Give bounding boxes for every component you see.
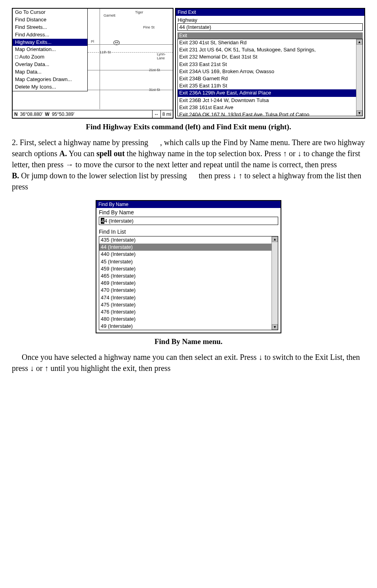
right-screen: Find Exit Highway 44 (Interstate) Exit E… (175, 8, 365, 119)
list-item[interactable]: Exit 232 Memorial Dr, East 31st St (178, 53, 362, 61)
menu-item-delete-icons[interactable]: Delete My Icons... (13, 83, 87, 91)
scroll-down-icon[interactable]: ▼ (272, 324, 278, 330)
status-arrow: ↔ (154, 112, 159, 117)
list-item[interactable]: 480 (Interstate) (99, 316, 278, 323)
menu-item-orientation[interactable]: Map Orientation... (13, 46, 87, 53)
status-scale: 8 mi (162, 112, 172, 117)
input-cursor: 4 (101, 218, 104, 224)
list-item[interactable]: Exit 240A OK 167 N, 193rd East Ave, Tuls… (178, 111, 362, 116)
menu-item-mapdata[interactable]: Map Data... (13, 68, 87, 76)
find-exit-title: Find Exit (176, 9, 364, 16)
map-label-lynn: Lynn-Lane (157, 52, 173, 60)
map-label-pine: Pine St (143, 25, 155, 29)
scroll-up-icon[interactable]: ▲ (356, 39, 362, 45)
exit-label: Exit (177, 32, 363, 39)
menu-item-distance[interactable]: Find Distance (13, 16, 87, 24)
find-by-name-label: Find By Name (96, 208, 281, 217)
list-item[interactable]: 440 (Interstate) (99, 251, 278, 258)
scroll-down-icon[interactable]: ▼ (356, 110, 362, 116)
list-item[interactable]: Exit 234A US 169, Broken Arrow, Owasso (178, 68, 362, 75)
menu-item-cursor[interactable]: Go To Cursor (13, 9, 87, 16)
status-n: N (14, 112, 18, 117)
list-item[interactable]: 435 (Interstate) (99, 236, 278, 244)
list-item[interactable]: Exit 231 Jct US 64, OK 51, Tulsa, Muskog… (178, 46, 362, 53)
map-area[interactable]: Garnett Tiger Pine St 11th St 21st St 31… (88, 9, 173, 109)
menu-item-address[interactable]: Find Address... (13, 31, 87, 39)
menu-item-autozoom[interactable]: Auto Zoom (13, 53, 87, 61)
list-item[interactable]: 474 (Interstate) (99, 294, 278, 301)
caption-1: Find Highway Exits command (left) and Fi… (12, 123, 365, 131)
list-item[interactable]: Exit 234B Garnett Rd (178, 75, 362, 82)
list-item[interactable]: 49 (Interstate) (99, 323, 278, 330)
find-in-list[interactable]: 435 (Interstate) 44 (Interstate) 440 (In… (99, 236, 278, 330)
list-item[interactable]: Exit 235 East 11th St (178, 82, 362, 89)
caption-2: Find By Name menu. (12, 337, 365, 346)
map-label-tiger: Tiger (135, 10, 143, 14)
list-item[interactable]: Exit 238 161st East Ave (178, 104, 362, 111)
list-item[interactable]: 465 (Interstate) (99, 272, 278, 280)
menu-item-streets[interactable]: Find Streets... (13, 24, 87, 31)
exit-list[interactable]: Exit 230 41st St, Sheridan Rd Exit 231 J… (177, 39, 363, 116)
menu-item-overlay[interactable]: Overlay Data... (13, 61, 87, 68)
find-by-name-input[interactable]: 44 (Interstate) (99, 217, 278, 225)
find-in-list-label: Find In List (96, 227, 281, 236)
list-item[interactable]: 459 (Interstate) (99, 265, 278, 272)
list-item[interactable]: 469 (Interstate) (99, 280, 278, 287)
status-lon: 95°50.389' (52, 112, 74, 117)
list-item[interactable]: 470 (Interstate) (99, 287, 278, 294)
scrollbar[interactable]: ▲ ▼ (271, 236, 278, 330)
left-screen: Go To Cursor Find Distance Find Streets.… (12, 8, 173, 119)
list-item[interactable]: Exit 230 41st St, Sheridan Rd (178, 39, 362, 46)
map-label-garnett: Garnett (104, 13, 115, 17)
highway-label: Highway (176, 16, 364, 23)
highway-value[interactable]: 44 (Interstate) (177, 23, 363, 31)
menu-item-highway-exits[interactable]: Highway Exits... (13, 39, 87, 46)
context-menu: Go To Cursor Find Distance Find Streets.… (13, 9, 88, 91)
list-item[interactable]: 475 (Interstate) (99, 301, 278, 308)
list-item[interactable]: Exit 236B Jct I-244 W, Downtown Tulsa (178, 97, 362, 104)
status-lat: 36°08.880' (20, 112, 43, 117)
menu-item-categories[interactable]: Map Categories Drawn... (13, 76, 87, 83)
list-item-selected[interactable]: Exit 236A 129th Ave East, Admiral Place (178, 89, 362, 96)
map-label-pl: Pl (91, 40, 94, 43)
paragraph-1: 2. First, select a highway name by press… (12, 137, 365, 192)
find-by-name-screen: Find By Name Find By Name 44 (Interstate… (96, 200, 281, 333)
paragraph-2: Once you have selected a highway name yo… (12, 352, 365, 374)
scroll-up-icon[interactable]: ▲ (272, 236, 278, 242)
status-w: W (45, 112, 49, 117)
list-item[interactable]: 476 (Interstate) (99, 308, 278, 316)
list-item-selected[interactable]: 44 (Interstate) (99, 244, 278, 251)
status-bar: N 36°08.880' W 95°50.389' ↔ 8 mi (13, 110, 173, 118)
list-item[interactable]: 45 (Interstate) (99, 258, 278, 265)
scrollbar[interactable]: ▲ ▼ (356, 39, 362, 116)
find-by-name-title: Find By Name (96, 201, 281, 208)
list-item[interactable]: Exit 233 East 21st St (178, 61, 362, 68)
